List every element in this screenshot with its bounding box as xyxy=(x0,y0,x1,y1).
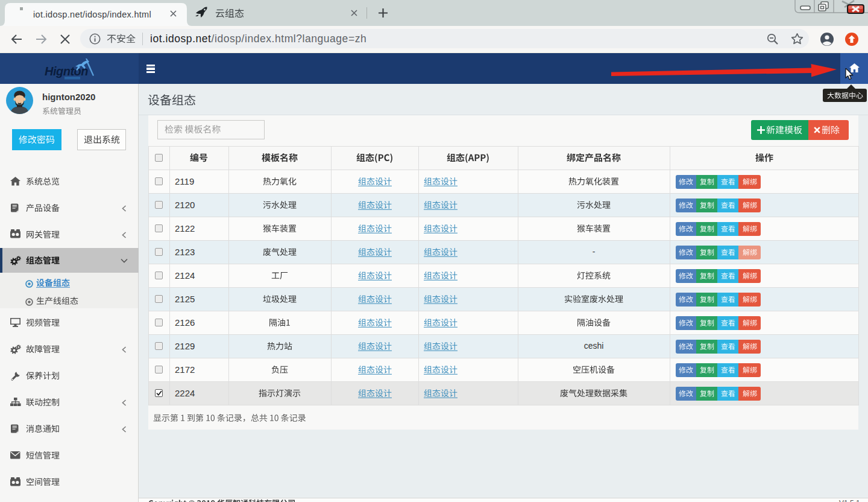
svg-text:Hignton: Hignton xyxy=(45,65,88,78)
